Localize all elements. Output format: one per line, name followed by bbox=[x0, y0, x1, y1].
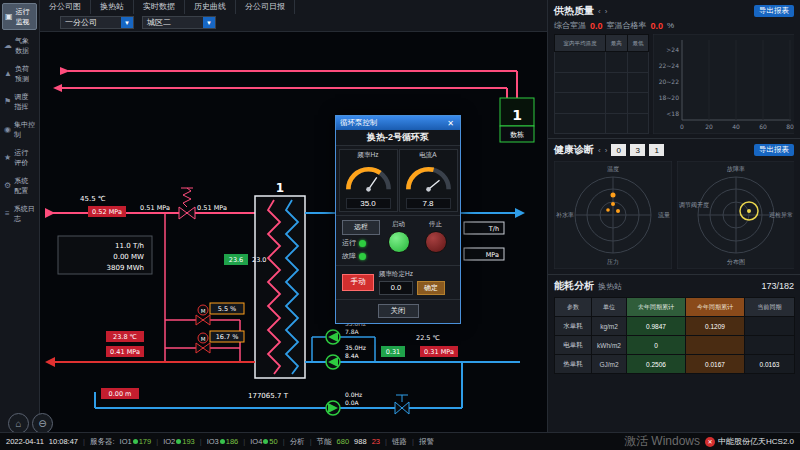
table-row: 电单耗 kWh/m2 0 bbox=[555, 336, 795, 355]
supply-valve[interactable] bbox=[179, 188, 195, 219]
confirm-button[interactable]: 确定 bbox=[417, 281, 445, 295]
next-icon[interactable]: › bbox=[605, 146, 608, 155]
brand-badge: ✕ 中能股份亿天HCS2.0 bbox=[705, 436, 794, 447]
x-tick: 80 bbox=[786, 123, 794, 130]
sidebar-item-forecast[interactable]: ▲负荷预测 bbox=[2, 61, 37, 86]
temp-distribution-chart: >24 22~24 20~22 18~20 <18 0 20 40 60 80 bbox=[653, 34, 794, 134]
topbar: 分公司图 换热站 实时数据 历史曲线 分公司日报 一分公司▼ 城区二▼ bbox=[40, 0, 547, 32]
prev-icon[interactable]: ‹ bbox=[598, 146, 601, 155]
export-report-button[interactable]: 导出报表 bbox=[754, 144, 794, 156]
export-report-button[interactable]: 导出报表 bbox=[754, 5, 794, 17]
district-select[interactable]: 城区二▼ bbox=[142, 16, 216, 29]
count-box-3[interactable]: 1 bbox=[649, 144, 664, 156]
home-icon: ⌂ bbox=[15, 418, 21, 429]
count-box-2[interactable]: 3 bbox=[630, 144, 645, 156]
valve1-opening: 5.5 % bbox=[218, 305, 237, 313]
y-tick: <18 bbox=[667, 110, 680, 117]
energy-value-2: 988 bbox=[354, 437, 367, 446]
analysis-label[interactable]: 分析 bbox=[290, 437, 305, 447]
close-button[interactable]: 关闭 bbox=[378, 304, 419, 318]
count-box-1[interactable]: 0 bbox=[611, 144, 626, 156]
prev-icon[interactable]: ‹ bbox=[598, 7, 601, 16]
close-icon[interactable]: ✕ bbox=[445, 119, 456, 128]
start-button[interactable] bbox=[388, 231, 410, 253]
sidebar-item-label: 运行监视 bbox=[16, 7, 34, 27]
makeup-pump[interactable] bbox=[326, 401, 340, 415]
setpoint-panel: 手动 频率给定Hz 0.0 确定 bbox=[336, 266, 460, 300]
gauge-dial bbox=[401, 160, 456, 193]
flow-readout: 11.0 T/h bbox=[115, 242, 144, 250]
section-title: 能耗分析 bbox=[554, 279, 594, 293]
avg-temp-label: 综合室温 bbox=[554, 20, 586, 31]
sidebar-item-dispatch[interactable]: ⚑调度指挥 bbox=[2, 89, 37, 114]
start-label: 启动 bbox=[392, 220, 405, 229]
stop-button[interactable] bbox=[425, 231, 447, 253]
col-header: 去年同期累计 bbox=[627, 298, 686, 317]
col-max: 最高 bbox=[606, 35, 628, 52]
chevron-down-icon: ▼ bbox=[121, 17, 133, 28]
setpoint-label: 频率给定Hz bbox=[379, 270, 445, 279]
next-icon[interactable]: › bbox=[605, 7, 608, 16]
pump2-current: 8.4A bbox=[345, 352, 360, 359]
health-diagnosis-section: 健康诊断 ‹ › 0 3 1 导出报表 bbox=[548, 138, 800, 271]
makeup-valve[interactable] bbox=[395, 395, 409, 414]
heat-exchanger[interactable]: 1 bbox=[255, 181, 305, 378]
y-tick: >24 bbox=[667, 46, 680, 53]
fault-led-icon bbox=[359, 253, 366, 260]
manual-button[interactable]: 手动 bbox=[342, 274, 374, 291]
table-row bbox=[555, 52, 649, 72]
company-select[interactable]: 一分公司▼ bbox=[60, 16, 134, 29]
sidebar-item-run-monitor[interactable]: ▣运行监视 bbox=[2, 3, 37, 30]
forecast-icon: ▲ bbox=[4, 69, 12, 78]
circulation-pump-2[interactable] bbox=[326, 355, 340, 369]
primary-return-temp: 23.8 ℃ bbox=[113, 333, 137, 341]
building-indicator[interactable]: 1 数栋 bbox=[500, 98, 534, 142]
windows-activation-watermark: 激活 Windows bbox=[624, 433, 700, 450]
sidebar-item-evaluation[interactable]: ★运行评价 bbox=[2, 145, 37, 170]
dialog-titlebar[interactable]: 循环泵控制 ✕ bbox=[336, 116, 460, 130]
motor-valve-2[interactable]: M bbox=[196, 333, 210, 353]
pressure-after-valve: 0.51 MPa bbox=[197, 204, 227, 212]
right-panel: 供热质量 ‹ › 导出报表 综合室温 0.0 室温合格率 0.0 % 室内平均温… bbox=[547, 0, 800, 432]
y-tick: 22~24 bbox=[659, 62, 679, 69]
gauge-label: 电流A bbox=[400, 151, 457, 160]
tab-station[interactable]: 换热站 bbox=[91, 0, 134, 14]
radar-label: 温度 bbox=[607, 165, 619, 173]
date: 2022-04-11 bbox=[6, 437, 44, 446]
station-count: 173/182 bbox=[761, 281, 794, 291]
zoom-out-button[interactable]: ⊖ bbox=[32, 413, 53, 434]
x-tick: 40 bbox=[732, 123, 740, 130]
motor-valve-1[interactable]: M bbox=[196, 305, 210, 325]
weather-icon: ☁ bbox=[4, 41, 12, 50]
log-icon: ≡ bbox=[4, 209, 11, 218]
tab-history-curve[interactable]: 历史曲线 bbox=[185, 0, 236, 14]
circulation-pump-1[interactable] bbox=[326, 330, 340, 344]
link-label[interactable]: 链路 bbox=[392, 437, 407, 447]
y-tick: 20~22 bbox=[659, 78, 679, 85]
energy-saving-label: 节能 bbox=[317, 437, 332, 447]
dialog-title: 循环泵控制 bbox=[340, 118, 378, 128]
tab-realtime-data[interactable]: 实时数据 bbox=[134, 0, 185, 14]
dialog-footer: 关闭 bbox=[336, 300, 460, 323]
col-header: 今年同期累计 bbox=[686, 298, 745, 317]
tab-company-report[interactable]: 分公司日报 bbox=[236, 0, 295, 14]
sidebar-item-log[interactable]: ≡系统日志 bbox=[2, 201, 37, 226]
server-label: 服务器: bbox=[90, 437, 115, 447]
frequency-value: 35.0 bbox=[346, 198, 391, 209]
status-dot-icon bbox=[176, 439, 181, 444]
setpoint-input[interactable]: 0.0 bbox=[379, 281, 413, 295]
pump1-current: 7.8A bbox=[345, 328, 360, 335]
sidebar-item-central-control[interactable]: ◉集中控制 bbox=[2, 117, 37, 142]
server-io1: IO1179 bbox=[120, 437, 152, 446]
start-control: 启动 bbox=[380, 220, 417, 261]
home-button[interactable]: ⌂ bbox=[8, 413, 29, 434]
gauge-dial bbox=[341, 160, 396, 193]
remote-button[interactable]: 远程 bbox=[342, 220, 380, 235]
alarm-label[interactable]: 报警 bbox=[419, 437, 434, 447]
tab-company-diagram[interactable]: 分公司图 bbox=[40, 0, 91, 14]
radar-label: 故障率 bbox=[727, 165, 745, 173]
sidebar-item-config[interactable]: ⚙系统配置 bbox=[2, 173, 37, 198]
control-panel: 远程 运行 故障 启动 停止 bbox=[336, 216, 460, 266]
sidebar-item-weather[interactable]: ☁气象数据 bbox=[2, 33, 37, 58]
schematic-svg: 1 数栋 45.5 ℃ 0.52 MPa 0.51 MPa 0.51 MPa bbox=[40, 32, 547, 432]
